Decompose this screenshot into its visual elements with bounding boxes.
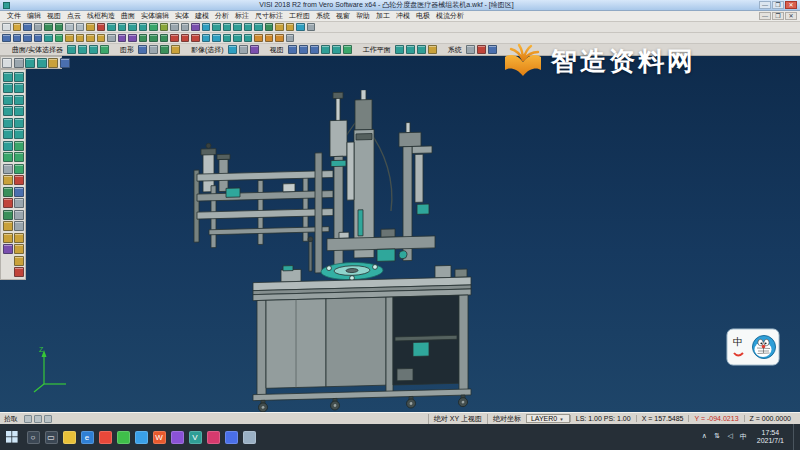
ortho-mode-icon[interactable]	[44, 415, 52, 423]
view-top-icon[interactable]	[13, 34, 22, 43]
fillet-2d-icon[interactable]	[3, 221, 13, 231]
chain-select-icon[interactable]	[37, 58, 47, 68]
mdi-close-button[interactable]: ✕	[785, 12, 797, 20]
trim-tool-icon[interactable]	[275, 23, 284, 32]
notepad-icon[interactable]	[243, 431, 256, 444]
revolve-surface-icon[interactable]	[14, 95, 24, 105]
stitch-surface-icon[interactable]	[14, 187, 24, 197]
selector-arrow-icon[interactable]	[2, 58, 12, 68]
extrude-icon[interactable]	[65, 34, 74, 43]
volume-icon[interactable]: ◁	[726, 432, 735, 442]
boolean-subtract-icon[interactable]	[181, 34, 190, 43]
rotate-body-icon[interactable]	[149, 34, 158, 43]
rotate-view-icon[interactable]	[139, 23, 148, 32]
layer-selector[interactable]: LAYER0	[526, 414, 570, 423]
macro-icon[interactable]	[477, 45, 486, 54]
intersect-solid-icon[interactable]	[14, 256, 24, 266]
workplane-xy-icon[interactable]	[395, 45, 404, 54]
menu-item[interactable]: 实体	[172, 11, 192, 21]
arc-2d-icon[interactable]	[3, 106, 13, 116]
boolean-intersect-icon[interactable]	[191, 34, 200, 43]
mirror-icon[interactable]	[128, 34, 137, 43]
menu-item[interactable]: 冲模	[393, 11, 413, 21]
sketch-icon[interactable]	[55, 34, 64, 43]
group-label-graphics[interactable]: 图形	[118, 45, 136, 55]
clock[interactable]: 17:54 2021/7/1	[753, 429, 788, 446]
workplane-xz-icon[interactable]	[406, 45, 415, 54]
pan-view-icon[interactable]	[128, 23, 137, 32]
workplane-custom-icon[interactable]	[428, 45, 437, 54]
group-label-workplane[interactable]: 工作平面	[361, 45, 393, 55]
circle-2d-icon[interactable]	[3, 118, 13, 128]
view-cube-icon[interactable]	[288, 45, 297, 54]
show-desktop-button[interactable]	[793, 424, 797, 450]
extrude-surface-icon[interactable]	[14, 83, 24, 93]
pattern-icon[interactable]	[118, 34, 127, 43]
mirror-2d-icon[interactable]	[3, 244, 13, 254]
menu-item[interactable]: 编辑	[24, 11, 44, 21]
group-label-image[interactable]: 影像(选择)	[189, 45, 226, 55]
line-tool-icon[interactable]	[223, 23, 232, 32]
delete-face-icon[interactable]	[14, 267, 24, 277]
mail-app-icon[interactable]	[225, 431, 238, 444]
maximize-button[interactable]: ❐	[772, 1, 784, 9]
boolean-union-icon[interactable]	[170, 34, 179, 43]
cad-app-icon[interactable]	[171, 431, 184, 444]
arc-tool-icon[interactable]	[233, 23, 242, 32]
network-icon[interactable]: ⇅	[713, 432, 722, 442]
hatch-2d-icon[interactable]	[3, 175, 13, 185]
chamfer-2d-icon[interactable]	[3, 233, 13, 243]
extend-2d-icon[interactable]	[3, 210, 13, 220]
view-iso-icon[interactable]	[2, 34, 11, 43]
lasso-select-icon[interactable]	[14, 58, 24, 68]
chrome-browser-icon[interactable]	[99, 431, 112, 444]
qq-icon[interactable]	[135, 431, 148, 444]
offset-tool-icon[interactable]	[265, 23, 274, 32]
color-select-icon[interactable]	[48, 58, 58, 68]
blend-surface-icon[interactable]	[14, 152, 24, 162]
group-label-view[interactable]: 视图	[268, 45, 286, 55]
image-list-icon[interactable]	[239, 45, 248, 54]
spline-2d-icon[interactable]	[3, 152, 13, 162]
start-button[interactable]	[0, 424, 24, 450]
menu-item[interactable]: 文件	[4, 11, 24, 21]
trim-surface-icon[interactable]	[14, 175, 24, 185]
section-icon[interactable]	[254, 34, 263, 43]
settings-icon[interactable]	[466, 45, 475, 54]
menu-item[interactable]: 帮助	[353, 11, 373, 21]
undo-icon[interactable]	[44, 23, 53, 32]
line-2d-icon[interactable]	[3, 83, 13, 93]
menu-item[interactable]: 工程图	[286, 11, 313, 21]
view-refresh-icon[interactable]	[321, 45, 330, 54]
mdi-minimize-button[interactable]: —	[759, 12, 771, 20]
fillet-tool-icon[interactable]	[286, 23, 295, 32]
tray-expand-icon[interactable]: ∧	[700, 432, 709, 442]
material-icon[interactable]	[160, 45, 169, 54]
cylinder-solid-icon[interactable]	[14, 210, 24, 220]
select-edge-icon[interactable]	[89, 45, 98, 54]
file-explorer-icon[interactable]	[63, 431, 76, 444]
net-surface-icon[interactable]	[14, 129, 24, 139]
shadow-icon[interactable]	[149, 45, 158, 54]
visi-app-icon[interactable]: V	[189, 431, 202, 444]
close-button[interactable]: ✕	[785, 1, 797, 9]
menu-item[interactable]: 实体编辑	[138, 11, 172, 21]
ruled-surface-icon[interactable]	[14, 106, 24, 116]
edge-browser-icon[interactable]: e	[81, 431, 94, 444]
taskview-icon[interactable]: ▭	[45, 431, 58, 444]
snap-grid-icon[interactable]	[24, 415, 32, 423]
surface-blend-icon[interactable]	[233, 34, 242, 43]
surface-patch-icon[interactable]	[223, 34, 232, 43]
mdi-restore-button[interactable]: ❐	[772, 12, 784, 20]
menu-item[interactable]: 尺寸标注	[252, 11, 286, 21]
new-file-icon[interactable]	[2, 23, 11, 32]
menu-item[interactable]: 曲面	[118, 11, 138, 21]
circle-tool-icon[interactable]	[244, 23, 253, 32]
selection-filter-icon[interactable]	[202, 23, 211, 32]
cut-icon[interactable]	[65, 23, 74, 32]
zoom-fit-icon[interactable]	[118, 23, 127, 32]
wireframe-view-icon[interactable]	[160, 23, 169, 32]
select-face-icon[interactable]	[67, 45, 76, 54]
offset-surface-icon[interactable]	[14, 164, 24, 174]
menu-item[interactable]: 视图	[44, 11, 64, 21]
